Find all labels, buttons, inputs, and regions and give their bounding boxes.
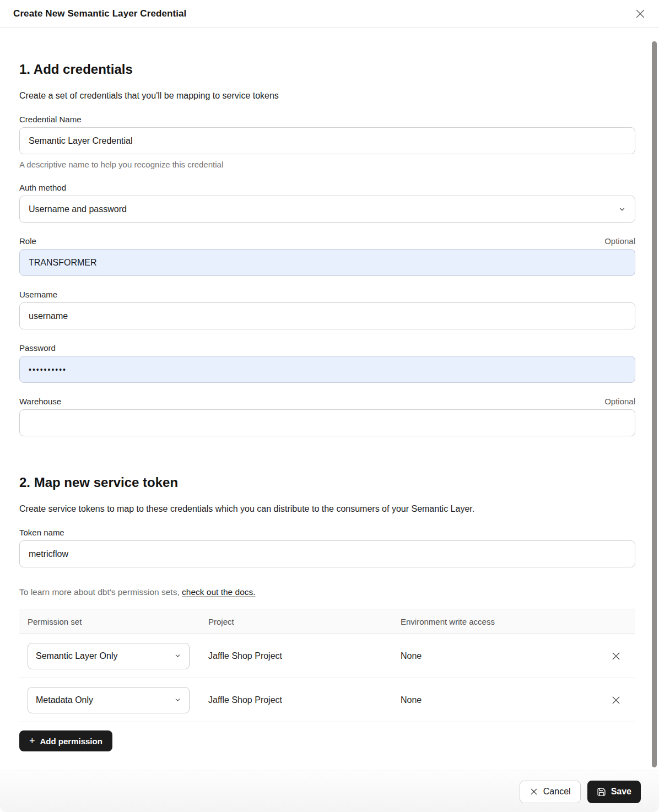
permission-set-selected-value: Metadata Only bbox=[36, 695, 93, 705]
cancel-label: Cancel bbox=[543, 787, 571, 797]
username-label: Username bbox=[19, 290, 57, 299]
plus-icon: + bbox=[29, 736, 35, 746]
column-header-project: Project bbox=[208, 617, 401, 626]
auth-method-label: Auth method bbox=[19, 183, 66, 192]
permission-set-select-row-1[interactable]: Semantic Layer Only bbox=[28, 643, 190, 669]
column-header-environment-write-access: Environment write access bbox=[401, 617, 597, 626]
environment-write-access-cell: None bbox=[401, 695, 597, 705]
permissions-table-header: Permission set Project Environment write… bbox=[19, 609, 635, 634]
permission-table-row: Metadata Only Jaffle Shop Project None bbox=[19, 678, 635, 722]
role-optional-tag: Optional bbox=[604, 236, 635, 246]
section2-heading: 2. Map new service token bbox=[19, 475, 635, 490]
docs-note-prefix: To learn more about dbt's permission set… bbox=[19, 587, 182, 597]
column-header-permission-set: Permission set bbox=[19, 617, 208, 626]
close-button[interactable] bbox=[633, 6, 648, 21]
password-label: Password bbox=[19, 343, 56, 353]
token-name-input[interactable] bbox=[19, 540, 635, 567]
permission-table-row: Semantic Layer Only Jaffle Shop Project … bbox=[19, 634, 635, 678]
chevron-down-icon bbox=[618, 205, 626, 213]
docs-link[interactable]: check out the docs. bbox=[182, 587, 256, 597]
password-field-group: Password bbox=[19, 343, 635, 383]
project-cell: Jaffle Shop Project bbox=[208, 651, 401, 661]
close-icon bbox=[634, 8, 646, 20]
role-field-group: Role Optional bbox=[19, 236, 635, 276]
auth-method-select[interactable]: Username and password bbox=[19, 196, 635, 223]
auth-method-selected-value: Username and password bbox=[29, 204, 127, 214]
add-permission-label: Add permission bbox=[40, 737, 102, 746]
vertical-scrollbar[interactable] bbox=[652, 41, 657, 767]
delete-permission-row-2-button[interactable] bbox=[607, 691, 625, 709]
project-cell: Jaffle Shop Project bbox=[208, 695, 401, 705]
warehouse-input[interactable] bbox=[19, 409, 635, 436]
create-credential-modal: Create New Semantic Layer Credential 1. … bbox=[0, 0, 659, 812]
x-icon bbox=[530, 787, 538, 796]
role-input[interactable] bbox=[19, 249, 635, 276]
docs-note: To learn more about dbt's permission set… bbox=[19, 587, 635, 597]
cancel-button[interactable]: Cancel bbox=[520, 781, 581, 803]
username-field-group: Username bbox=[19, 290, 635, 329]
username-input[interactable] bbox=[19, 302, 635, 329]
chevron-down-icon bbox=[174, 696, 181, 703]
credential-name-field-group: Credential Name A descriptive name to he… bbox=[19, 115, 635, 169]
delete-permission-row-1-button[interactable] bbox=[607, 647, 625, 665]
modal-body: 1. Add credentials Create a set of crede… bbox=[0, 62, 659, 751]
credential-name-input[interactable] bbox=[19, 127, 635, 154]
modal-footer: Cancel Save bbox=[0, 771, 659, 812]
warehouse-field-group: Warehouse Optional bbox=[19, 397, 635, 436]
token-name-field-group: Token name bbox=[19, 528, 635, 567]
section1-description: Create a set of credentials that you'll … bbox=[19, 91, 635, 101]
save-label: Save bbox=[611, 787, 631, 797]
role-label: Role bbox=[19, 236, 36, 246]
section2-description: Create service tokens to map to these cr… bbox=[19, 504, 635, 514]
password-input[interactable] bbox=[19, 356, 635, 383]
modal-title: Create New Semantic Layer Credential bbox=[13, 8, 186, 19]
save-button[interactable]: Save bbox=[587, 781, 641, 803]
modal-header: Create New Semantic Layer Credential bbox=[0, 0, 659, 28]
token-name-label: Token name bbox=[19, 528, 64, 537]
permission-set-select-row-2[interactable]: Metadata Only bbox=[28, 687, 190, 713]
warehouse-optional-tag: Optional bbox=[604, 397, 635, 406]
permission-set-selected-value: Semantic Layer Only bbox=[36, 651, 118, 661]
credential-name-helper: A descriptive name to help you recognize… bbox=[19, 160, 635, 169]
environment-write-access-cell: None bbox=[401, 651, 597, 661]
x-icon bbox=[611, 695, 622, 706]
credential-name-label: Credential Name bbox=[19, 115, 82, 124]
floppy-disk-icon bbox=[597, 787, 606, 797]
chevron-down-icon bbox=[174, 652, 181, 659]
permissions-table: Permission set Project Environment write… bbox=[19, 609, 635, 722]
add-permission-button[interactable]: + Add permission bbox=[19, 730, 112, 751]
auth-method-field-group: Auth method Username and password bbox=[19, 183, 635, 223]
x-icon bbox=[611, 651, 622, 662]
section1-heading: 1. Add credentials bbox=[19, 62, 635, 77]
warehouse-label: Warehouse bbox=[19, 397, 61, 406]
